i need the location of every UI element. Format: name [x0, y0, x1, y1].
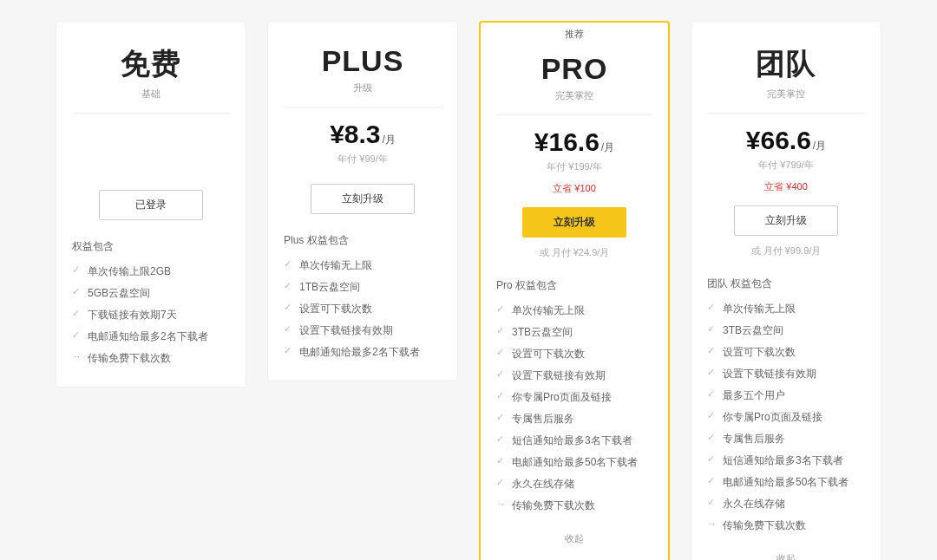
feature-item: 专属售后服务	[496, 408, 652, 430]
feature-item: 永久在线存储	[496, 473, 652, 495]
price-spacer	[72, 126, 230, 178]
feature-item: 5GB云盘空间	[72, 283, 230, 304]
annual-note: 年付 ¥99/年	[284, 153, 442, 166]
features-title: 团队 权益包含	[707, 277, 865, 291]
feature-item: 3TB云盘空间	[496, 322, 652, 343]
plan-card-team: 团队 完美掌控 ¥66.6/月 年付 ¥799/年 立省 ¥400 立刻升级 或…	[691, 21, 881, 560]
feature-item: 设置下载链接有效期	[707, 363, 865, 385]
feature-item: 电邮通知给最多50名下载者	[707, 472, 865, 493]
monthly-note: 或 月付 ¥24.9/月	[496, 246, 652, 259]
upgrade-button[interactable]: 立刻升级	[522, 207, 626, 238]
plan-title: 团队	[707, 44, 865, 84]
feature-item: 短信通知给最多3名下载者	[707, 450, 865, 472]
price-block: ¥66.6/月 年付 ¥799/年 立省 ¥400	[707, 126, 865, 193]
feature-item: 你专属Pro页面及链接	[496, 387, 652, 408]
annual-note: 年付 ¥799/年	[707, 159, 865, 172]
pricing-cards: 免费 基础 已登录 权益包含 单次传输上限2GB 5GB云盘空间 下载链接有效期…	[52, 21, 885, 560]
features-title: Plus 权益包含	[284, 233, 442, 248]
feature-item: 最多五个用户	[707, 385, 865, 407]
feature-item: 电邮通知给最多2名下载者	[284, 342, 442, 363]
feature-item: 1TB云盘空间	[284, 277, 442, 298]
feature-item: 永久在线存储	[707, 493, 865, 515]
collapse-link[interactable]: 收起	[496, 532, 652, 545]
divider	[284, 107, 442, 107]
plan-subtitle: 升级	[284, 81, 442, 94]
feature-item: 传输免费下载次数	[496, 495, 652, 517]
logged-in-button[interactable]: 已登录	[99, 190, 203, 220]
feature-item: 传输免费下载次数	[707, 515, 865, 537]
plan-card-free: 免费 基础 已登录 权益包含 单次传输上限2GB 5GB云盘空间 下载链接有效期…	[56, 21, 246, 387]
feature-item: 电邮通知给最多50名下载者	[496, 452, 652, 473]
plan-subtitle: 完美掌控	[707, 88, 865, 101]
price: ¥8.3	[330, 120, 380, 149]
monthly-note: 或 月付 ¥99.9/月	[707, 244, 865, 257]
feature-list: 单次传输上限2GB 5GB云盘空间 下载链接有效期7天 电邮通知给最多2名下载者…	[72, 261, 230, 369]
price: ¥16.6	[534, 127, 600, 157]
price-block: ¥16.6/月 年付 ¥199/年 立省 ¥100	[496, 127, 652, 195]
feature-item: 设置可下载次数	[496, 343, 652, 365]
price-block: ¥8.3/月 年付 ¥99/年	[284, 120, 442, 172]
feature-item: 你专属Pro页面及链接	[707, 407, 865, 428]
features-title: 权益包含	[72, 239, 230, 254]
features-title: Pro 权益包含	[496, 278, 652, 293]
feature-item: 单次传输上限2GB	[72, 261, 230, 283]
feature-item: 传输免费下载次数	[72, 348, 230, 369]
plan-subtitle: 基础	[72, 88, 230, 101]
plan-card-plus: PLUS 升级 ¥8.3/月 年付 ¥99/年 立刻升级 Plus 权益包含 单…	[267, 21, 458, 381]
plan-subtitle: 完美掌控	[496, 89, 652, 102]
feature-item: 单次传输无上限	[496, 300, 652, 322]
collapse-link[interactable]: 收起	[707, 552, 865, 560]
price-unit: /月	[813, 140, 826, 152]
savings-label: 立省 ¥100	[496, 182, 652, 195]
feature-list: 单次传输无上限 1TB云盘空间 设置可下载次数 设置下载链接有效期 电邮通知给最…	[284, 255, 442, 363]
feature-item: 设置下载链接有效期	[284, 320, 442, 342]
divider	[707, 113, 865, 114]
divider	[72, 113, 230, 114]
feature-item: 设置下载链接有效期	[496, 365, 652, 387]
feature-item: 下载链接有效期7天	[72, 304, 230, 326]
plan-title: 免费	[72, 44, 230, 84]
price-unit: /月	[383, 133, 396, 146]
savings-label: 立省 ¥400	[707, 180, 865, 193]
plan-card-pro: 推荐 PRO 完美掌控 ¥16.6/月 年付 ¥199/年 立省 ¥100 立刻…	[479, 21, 670, 560]
annual-note: 年付 ¥199/年	[496, 160, 652, 173]
feature-list: 单次传输无上限 3TB云盘空间 设置可下载次数 设置下载链接有效期 最多五个用户…	[707, 298, 865, 537]
divider	[496, 114, 652, 115]
feature-item: 电邮通知给最多2名下载者	[72, 326, 230, 348]
feature-item: 单次传输无上限	[707, 298, 865, 320]
plan-title: PLUS	[284, 44, 442, 78]
feature-item: 设置可下载次数	[284, 298, 442, 320]
feature-list: 单次传输无上限 3TB云盘空间 设置可下载次数 设置下载链接有效期 你专属Pro…	[496, 300, 652, 517]
feature-item: 单次传输无上限	[284, 255, 442, 277]
upgrade-button[interactable]: 立刻升级	[734, 205, 838, 236]
price: ¥66.6	[746, 126, 811, 155]
feature-item: 专属售后服务	[707, 428, 865, 450]
recommended-badge: 推荐	[481, 28, 668, 41]
feature-item: 设置可下载次数	[707, 342, 865, 363]
price-unit: /月	[601, 141, 614, 153]
feature-item: 3TB云盘空间	[707, 320, 865, 342]
upgrade-button[interactable]: 立刻升级	[311, 184, 415, 214]
plan-title: PRO	[496, 52, 652, 86]
feature-item: 短信通知给最多3名下载者	[496, 430, 652, 452]
